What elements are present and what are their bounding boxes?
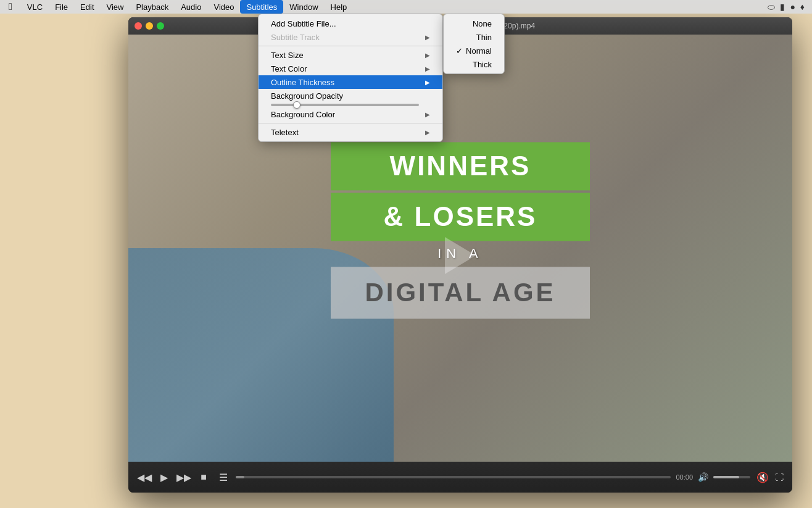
outline-none-label: None <box>473 19 492 28</box>
menu-add-subtitle-file[interactable]: Add Subtitle File... <box>259 17 442 30</box>
opacity-slider-thumb[interactable] <box>293 101 300 109</box>
opacity-slider-track[interactable] <box>271 104 419 106</box>
title-banner-losers: & LOSERS <box>331 193 590 241</box>
volume-bar[interactable] <box>713 476 750 478</box>
window-close-button[interactable] <box>135 22 142 30</box>
outline-thickness-label: Outline Thickness <box>271 78 334 87</box>
menu-text-size[interactable]: Text Size ▶ <box>259 48 442 62</box>
text-color-arrow: ▶ <box>425 65 430 72</box>
play-button[interactable]: ▶ <box>157 470 172 485</box>
menubar-video[interactable]: Video <box>207 0 240 14</box>
outline-thin[interactable]: Thin <box>444 30 504 44</box>
background-color-arrow: ▶ <box>425 111 430 118</box>
normal-checkmark: ✓ <box>456 46 465 56</box>
search-icon[interactable]: ● <box>790 2 795 12</box>
menubar-playback[interactable]: Playback <box>130 0 175 14</box>
time-display: 00:00 <box>676 473 693 481</box>
menubar-vlc[interactable]: VLC <box>21 0 49 14</box>
add-subtitle-label: Add Subtitle File... <box>271 19 336 28</box>
butterfly-icon[interactable]: ♦ <box>800 2 805 12</box>
menu-background-color[interactable]: Background Color ▶ <box>259 107 442 121</box>
fast-forward-button[interactable]: ▶▶ <box>176 470 191 485</box>
none-checkmark <box>456 19 465 28</box>
menubar-subtitles[interactable]: Subtitles <box>240 0 283 14</box>
subtitle-track-label: Subtitle Track <box>271 33 320 42</box>
video-title-overlay: WINNERS & LOSERS IN A DIGITAL AGE <box>331 142 590 319</box>
menubar-view[interactable]: View <box>101 0 130 14</box>
window-controls <box>135 22 164 30</box>
menubar:  VLC File Edit View Playback Audio Vide… <box>0 0 812 14</box>
menu-subtitle-track: Subtitle Track ▶ <box>259 30 442 44</box>
apple-menu[interactable]:  <box>0 0 21 14</box>
menubar-audio[interactable]: Audio <box>175 0 207 14</box>
window-minimize-button[interactable] <box>146 22 153 30</box>
volume-fill <box>713 476 739 478</box>
menu-outline-thickness[interactable]: Outline Thickness ▶ <box>259 75 442 89</box>
rewind-button[interactable]: ◀◀ <box>137 470 152 485</box>
text-size-label: Text Size <box>271 51 304 60</box>
outline-thin-label: Thin <box>476 33 492 42</box>
opacity-slider-row <box>259 102 442 107</box>
video-background: WINNERS & LOSERS IN A DIGITAL AGE <box>128 35 792 462</box>
outline-thickness-submenu: None Thin ✓ Normal Thick <box>443 14 505 74</box>
text-color-label: Text Color <box>271 64 307 73</box>
window-maximize-button[interactable] <box>157 22 164 30</box>
background-color-label: Background Color <box>271 110 335 119</box>
stop-button[interactable]: ■ <box>196 470 211 485</box>
outline-none[interactable]: None <box>444 17 504 30</box>
title-winners: WINNERS <box>390 151 531 181</box>
thick-checkmark <box>456 60 465 69</box>
audio-toggle[interactable]: 🔇 <box>755 470 770 485</box>
thin-checkmark <box>456 33 465 42</box>
wifi-icon[interactable]: ▮ <box>780 2 785 12</box>
menubar-right-icons: ⬭ ▮ ● ♦ <box>768 2 812 12</box>
play-triangle-overlay <box>445 237 476 274</box>
menu-text-color[interactable]: Text Color ▶ <box>259 62 442 75</box>
progress-fill <box>236 476 244 478</box>
title-losers: & LOSERS <box>384 201 537 231</box>
fullscreen-button[interactable]: ⛶ <box>775 472 784 482</box>
menu-teletext[interactable]: Teletext ▶ <box>259 125 442 139</box>
menubar-window[interactable]: Window <box>283 0 324 14</box>
menubar-file[interactable]: File <box>49 0 74 14</box>
dropbox-icon[interactable]: ⬭ <box>768 2 775 12</box>
background-opacity-label: Background Opacity <box>271 91 343 101</box>
title-banner-digital: DIGITAL AGE <box>331 267 590 319</box>
playlist-button[interactable]: ☰ <box>216 470 231 485</box>
title-digital: DIGITAL AGE <box>365 278 555 307</box>
teletext-arrow: ▶ <box>425 129 430 136</box>
menubar-help[interactable]: Help <box>325 0 354 14</box>
menubar-edit[interactable]: Edit <box>74 0 100 14</box>
menu-separator-2 <box>259 123 442 123</box>
text-size-arrow: ▶ <box>425 52 430 59</box>
outline-thickness-arrow: ▶ <box>425 79 430 86</box>
outline-thick-label: Thick <box>473 60 492 69</box>
outline-normal[interactable]: ✓ Normal <box>444 44 504 57</box>
controls-bar: ◀◀ ▶ ▶▶ ■ ☰ 00:00 🔊 🔇 ⛶ <box>128 462 792 493</box>
title-banner-winners: WINNERS <box>331 142 590 190</box>
progress-bar[interactable] <box>236 476 671 478</box>
outline-normal-label: Normal <box>466 46 492 56</box>
subtitles-menu: Add Subtitle File... Subtitle Track ▶ Te… <box>258 14 443 142</box>
vlc-window: winners_and_losers_guy(720p).mp4 WINNERS… <box>128 17 792 493</box>
subtitle-track-arrow: ▶ <box>425 34 430 41</box>
video-area[interactable]: WINNERS & LOSERS IN A DIGITAL AGE <box>128 35 792 462</box>
menu-separator-1 <box>259 46 442 46</box>
menu-background-opacity[interactable]: Background Opacity <box>259 89 442 102</box>
teletext-label: Teletext <box>271 128 299 137</box>
outline-thick[interactable]: Thick <box>444 57 504 71</box>
volume-icon[interactable]: 🔊 <box>698 472 708 482</box>
